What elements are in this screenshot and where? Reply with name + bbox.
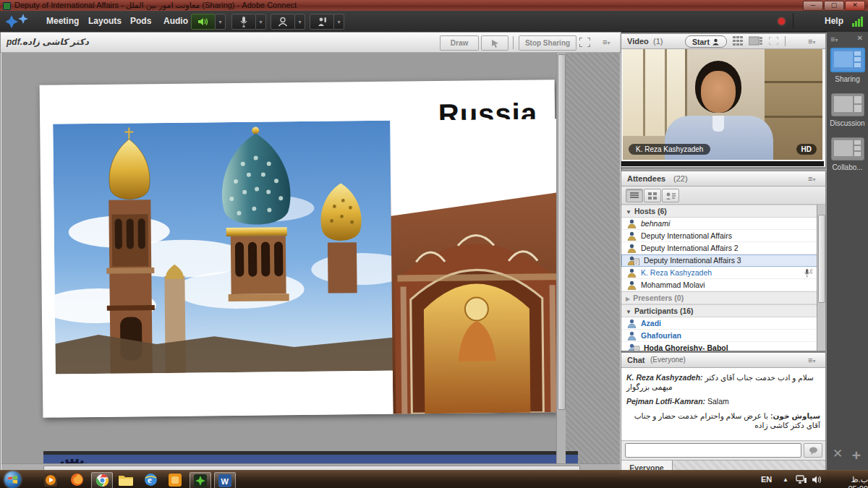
vertical-scrollbar-thumb[interactable] [558, 54, 566, 410]
draw-button[interactable]: Draw [440, 35, 479, 51]
status-view-icon [666, 192, 676, 200]
layout-bar-menu-icon[interactable]: ≡▾ [830, 32, 838, 48]
taskbar-chrome-active[interactable] [91, 472, 113, 488]
chat-messages: K. Reza Kashyzadeh: سلام و ادب خدمت جناب… [621, 368, 825, 440]
start-webcam-button[interactable]: Start [685, 35, 727, 48]
microphone-dropdown[interactable]: ▾ [255, 14, 266, 30]
add-layout-icon[interactable]: + [852, 447, 861, 464]
speaker-button[interactable] [191, 14, 216, 30]
attendee-row[interactable]: K. Reza Kashyzadeh [621, 267, 825, 279]
send-message-button[interactable] [804, 443, 822, 458]
hd-badge: HD [796, 144, 817, 155]
layout-discussion[interactable] [831, 93, 864, 116]
grid-view-icon[interactable] [733, 36, 745, 46]
close-button[interactable]: ✕ [845, 1, 865, 11]
status-dropdown[interactable]: ▾ [333, 14, 344, 30]
recording-indicator-icon [778, 18, 785, 25]
volume-icon[interactable] [812, 475, 822, 484]
raise-hand-icon [317, 17, 328, 27]
list-view-button[interactable] [626, 189, 643, 202]
taskbar-firefox[interactable] [68, 472, 85, 487]
attendees-pod-menu-icon[interactable]: ≡▾ [808, 171, 815, 187]
taskbar-adobe-connect-active[interactable] [190, 472, 211, 488]
person-face [701, 71, 736, 113]
share-pod-header: دکتر کاشی زاده.pdf Draw Stop Sharing ≡▾ [1, 33, 621, 53]
layout-sharing[interactable] [830, 48, 865, 72]
window-controls: ─▢✕ [802, 1, 865, 12]
webcam-button[interactable] [271, 14, 295, 30]
participant-document-icon [627, 343, 639, 351]
attendee-name: Ghafourian [641, 330, 681, 341]
stop-sharing-button[interactable]: Stop Sharing [519, 35, 576, 51]
attendees-scrollbar-thumb[interactable] [818, 215, 825, 303]
attendees-scrollbar[interactable] [817, 205, 825, 351]
maximize-button[interactable]: ▢ [824, 1, 844, 11]
app-icon [3, 2, 11, 10]
divider [785, 36, 786, 46]
taskbar-media-player[interactable] [42, 472, 59, 487]
vertical-scrollbar[interactable] [556, 53, 566, 463]
status-view-button[interactable] [662, 189, 679, 202]
video-pod-menu-icon[interactable]: ≡▾ [808, 34, 815, 50]
layout-bar: ≡▾ ✕ Sharing Discussion Collabo... ✕ + [827, 32, 868, 470]
attendee-row[interactable]: Deputy International Affairs [621, 230, 825, 242]
chat-scope: (Everyone) [650, 353, 686, 367]
attendee-row-selected[interactable]: Deputy International Affairs 3 [621, 254, 825, 267]
attendee-row[interactable]: Deputy International Affairs 2 [621, 242, 825, 254]
chat-text: Salam [707, 397, 729, 406]
taskbar-internet-explorer[interactable]: e [142, 472, 159, 487]
windows-logo-icon [8, 475, 17, 484]
pointer-icon [491, 39, 499, 48]
list-view-icon [630, 192, 639, 200]
participants-group-header[interactable]: ▼Participants (16) [621, 304, 825, 317]
title-bar: Deputy of International Affairs - معاونت… [0, 0, 868, 11]
host-icon [627, 281, 637, 290]
attendee-row[interactable]: Ghafourian [621, 330, 825, 342]
cathedral-photo [53, 119, 559, 417]
start-button[interactable] [4, 471, 21, 488]
layout-collaboration[interactable] [831, 137, 864, 160]
speaker-dropdown[interactable]: ▾ [215, 14, 226, 30]
attendee-row[interactable]: Azadi [621, 317, 825, 330]
chat-sender: سیاوش خون: [770, 411, 820, 420]
attendee-row[interactable]: behnami [621, 218, 825, 230]
network-icon[interactable] [796, 475, 807, 484]
language-indicator[interactable]: EN [761, 475, 772, 484]
clock[interactable]: ب.ظ 05:09 [829, 475, 868, 488]
attendee-name: Deputy International Affairs [641, 230, 732, 241]
microphone-button[interactable] [231, 14, 256, 30]
menu-help[interactable]: Help [814, 11, 854, 32]
video-pod-footer [621, 161, 824, 166]
attendee-row[interactable]: Mohammad Molavi [621, 279, 825, 291]
webcam-dropdown[interactable]: ▾ [294, 14, 305, 30]
hosts-group-header[interactable]: ▼Hosts (6) [621, 205, 825, 218]
taskbar-explorer[interactable] [117, 472, 135, 487]
minimize-button[interactable]: ─ [803, 1, 823, 11]
attendee-name: Deputy International Affairs 2 [641, 242, 739, 254]
presenters-group-header[interactable]: ▶Presenters (0) [621, 291, 825, 304]
attendee-row[interactable]: Hoda Ghoreishy- Babol [621, 342, 825, 351]
grid-view-button[interactable] [644, 189, 661, 202]
slide-page: Russia [40, 80, 558, 417]
share-pod-menu-icon[interactable]: ≡▾ [603, 35, 610, 51]
chat-input[interactable] [625, 443, 801, 458]
webcam-person-icon [712, 38, 720, 46]
video-pod-title: Video [627, 34, 649, 48]
attendees-toolbar [621, 187, 825, 205]
host-icon [627, 219, 637, 228]
taskbar-orange-app[interactable] [166, 472, 184, 487]
chat-pod-menu-icon[interactable]: ≡▾ [808, 353, 815, 369]
grid-view-icon [648, 192, 657, 200]
webcam-person-icon [278, 17, 288, 27]
layout-bar-close-icon[interactable]: ✕ [857, 34, 863, 42]
fullscreen-icon[interactable] [769, 37, 778, 45]
fullscreen-icon[interactable] [579, 38, 590, 47]
pointer-button[interactable] [481, 35, 509, 51]
tray-expand-icon[interactable]: ▲ [783, 476, 788, 483]
taskbar-word-active[interactable]: W [214, 472, 236, 488]
status-button[interactable] [310, 14, 334, 30]
close-pod-icon[interactable]: ✕ [833, 446, 843, 461]
filmstrip-view-icon[interactable] [749, 36, 763, 46]
attendee-name: Mohammad Molavi [641, 279, 705, 291]
attendee-name: behnami [641, 218, 670, 229]
